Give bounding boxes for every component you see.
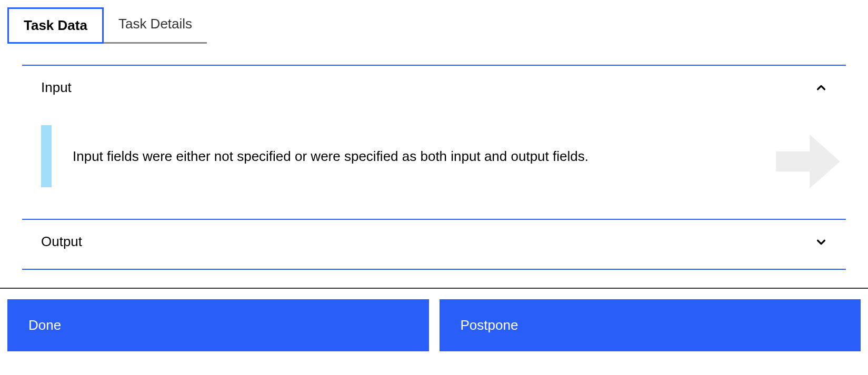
section-output-header[interactable]: Output xyxy=(22,220,846,263)
done-button[interactable]: Done xyxy=(7,299,429,351)
chevron-up-icon xyxy=(815,82,827,94)
input-message-block: Input fields were either not specified o… xyxy=(41,125,827,187)
arrow-right-icon xyxy=(766,119,850,204)
content-area: Input Input fields were either not speci… xyxy=(0,44,868,270)
section-input-header[interactable]: Input xyxy=(22,66,846,109)
chevron-down-icon xyxy=(815,236,827,248)
section-input-title: Input xyxy=(41,79,72,96)
section-input-body: Input fields were either not specified o… xyxy=(22,109,846,214)
section-divider xyxy=(22,269,846,270)
action-button-row: Done Postpone xyxy=(0,289,868,362)
tab-task-details[interactable]: Task Details xyxy=(104,7,207,44)
info-accent-bar xyxy=(41,125,52,187)
tab-bar: Task Data Task Details xyxy=(0,0,868,44)
tab-task-data[interactable]: Task Data xyxy=(7,7,104,44)
postpone-button[interactable]: Postpone xyxy=(440,299,861,351)
input-message-text: Input fields were either not specified o… xyxy=(73,147,588,166)
section-output-title: Output xyxy=(41,234,82,250)
